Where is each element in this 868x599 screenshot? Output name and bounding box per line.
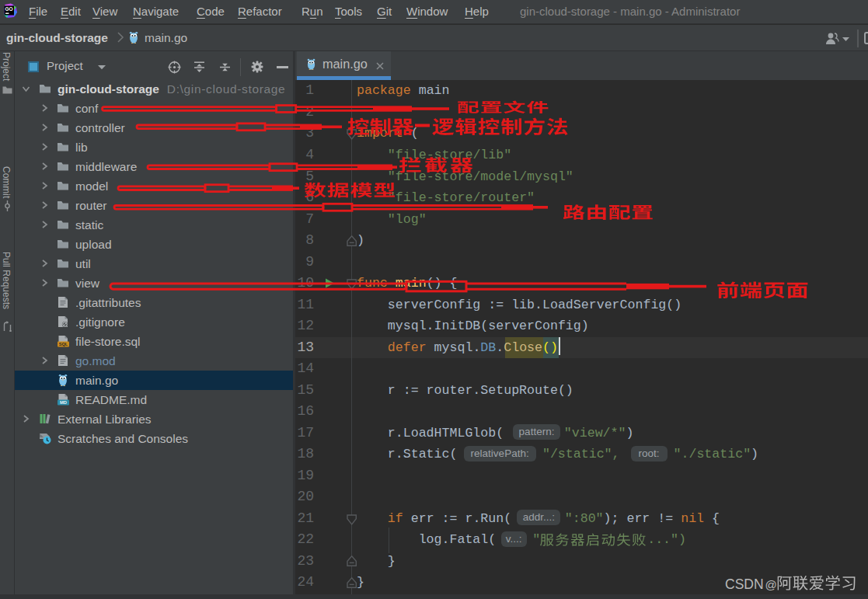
svg-text:CSDN: CSDN: [725, 576, 764, 592]
svg-text:@: @: [765, 578, 777, 591]
